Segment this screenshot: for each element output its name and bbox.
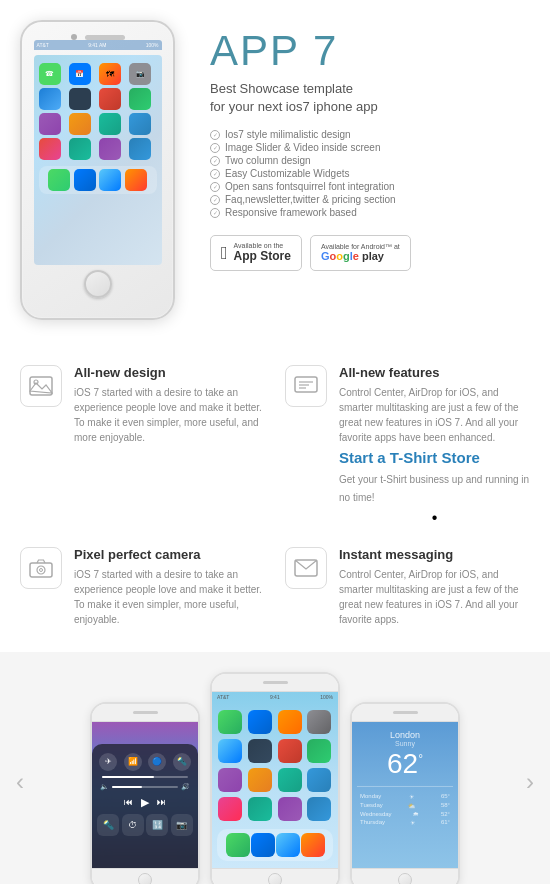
home-app-icon xyxy=(307,710,331,734)
speaker-3 xyxy=(393,711,418,714)
iphone-frame: AT&T 9:41 AM 100% ☎ 📅 🗺 📷 xyxy=(20,20,175,320)
status-bar: AT&T 9:41 AM 100% xyxy=(34,40,162,50)
dock-icon xyxy=(226,833,250,857)
features-section: All-new design iOS 7 started with a desi… xyxy=(0,340,550,652)
app-icon xyxy=(69,113,91,135)
appstore-button-text: Available on the App Store xyxy=(234,242,291,263)
feature-item: ✓Faq,newsletter,twitter & pricing sectio… xyxy=(210,193,530,206)
weather-row: Tuesday ⛅ 58° xyxy=(357,801,453,810)
home-battery: 100% xyxy=(320,694,333,700)
app-subtitle: Best Showcase templatefor your next ios7… xyxy=(210,80,530,116)
check-icon: ✓ xyxy=(210,195,220,205)
playback-row: ⏮ ▶ ⏭ xyxy=(96,796,194,809)
prev-icon: ⏮ xyxy=(124,797,133,807)
features-content: All-new features Control Center, AirDrop… xyxy=(339,365,530,527)
phone-notch-1 xyxy=(92,704,198,722)
svg-rect-7 xyxy=(30,563,52,577)
app-icon xyxy=(129,88,151,110)
control-icon: ✈ xyxy=(99,753,117,771)
control-row-1: ✈ 📶 🔵 🔦 xyxy=(96,753,194,771)
iphone-screen: ☎ 📅 🗺 📷 xyxy=(34,55,162,265)
feature-list: ✓Ios7 style milimalistic design ✓Image S… xyxy=(210,128,530,219)
app-icon xyxy=(39,113,61,135)
app-icon xyxy=(99,113,121,135)
feature-item: ✓Ios7 style milimalistic design xyxy=(210,128,530,141)
app-icon xyxy=(39,88,61,110)
design-icon-wrap xyxy=(20,365,62,407)
weather-city: London xyxy=(390,730,420,740)
home-app-icon xyxy=(307,797,331,821)
app-title: APP 7 xyxy=(210,30,530,72)
control-timer: ⏱ xyxy=(122,814,144,836)
home-app-icon xyxy=(278,768,302,792)
design-desc: iOS 7 started with a desire to take an e… xyxy=(74,385,265,445)
phone-notch-3 xyxy=(352,704,458,722)
phone-notch-2 xyxy=(212,674,338,692)
iphone-speaker xyxy=(85,35,125,40)
weather-temperature: 62° xyxy=(387,750,423,778)
app-icon xyxy=(69,88,91,110)
speaker-1 xyxy=(133,711,158,714)
feature-design: All-new design iOS 7 started with a desi… xyxy=(20,365,265,527)
app-icon xyxy=(99,88,121,110)
dock-icon xyxy=(74,169,96,191)
appstore-button[interactable]:  Available on the App Store xyxy=(210,235,302,270)
dock-icon xyxy=(125,169,147,191)
messaging-title: Instant messaging xyxy=(339,547,530,562)
carousel-left-arrow[interactable]: ‹ xyxy=(5,767,35,797)
home-btn-1[interactable] xyxy=(138,873,152,885)
home-btn-2[interactable] xyxy=(268,873,282,885)
home-app-icon xyxy=(248,710,272,734)
control-icon: 📶 xyxy=(124,753,142,771)
dock-icon xyxy=(99,169,121,191)
feature-item: ✓Open sans fontsquirrel font integration xyxy=(210,180,530,193)
weather-forecast: Monday ☀ 65° Tuesday ⛅ 58° Wednesday xyxy=(357,786,453,827)
phone-bottom-1 xyxy=(92,868,198,884)
feature-camera: Pixel perfect camera iOS 7 started with … xyxy=(20,547,265,627)
dock-icon xyxy=(276,833,300,857)
weather-condition: Sunny xyxy=(395,740,415,747)
app-icon: ☎ xyxy=(39,63,61,85)
feature-item: ✓Two column design xyxy=(210,154,530,167)
forecast-day: Thursday xyxy=(360,819,385,826)
control-icon: 🔦 xyxy=(173,753,191,771)
home-btn-3[interactable] xyxy=(398,873,412,885)
features-highlight[interactable]: Start a T-Shirt Store xyxy=(339,449,530,467)
forecast-temp: 52° xyxy=(441,811,450,817)
design-title: All-new design xyxy=(74,365,265,380)
phone-interior-3: London Sunny 62° Monday ☀ 65° Tuesday xyxy=(352,704,458,884)
iphone-home-button[interactable] xyxy=(84,270,112,298)
carousel-phone-3: London Sunny 62° Monday ☀ 65° Tuesday xyxy=(350,702,460,884)
control-calc: 🔢 xyxy=(146,814,168,836)
home-app-icon xyxy=(218,710,242,734)
forecast-icon: ☀ xyxy=(409,793,414,800)
features-desc: Control Center, AirDrop for iOS, and sma… xyxy=(339,385,530,445)
home-app-icon xyxy=(307,739,331,763)
feature-item: ✓Responsive framework based xyxy=(210,206,530,219)
camera-desc: iOS 7 started with a desire to take an e… xyxy=(74,567,265,627)
camera-icon xyxy=(29,558,53,578)
app-icon: 📅 xyxy=(69,63,91,85)
speaker-2 xyxy=(263,681,288,684)
googleplay-button-text: Available for Android™ at Google play xyxy=(321,243,400,263)
home-app-icon xyxy=(278,710,302,734)
message-icon xyxy=(294,375,318,397)
mail-icon xyxy=(294,559,318,577)
home-app-icon xyxy=(278,797,302,821)
app-icon xyxy=(99,138,121,160)
carousel-right-arrow[interactable]: › xyxy=(515,767,545,797)
control-icon: 🔵 xyxy=(148,753,166,771)
app-icon xyxy=(129,113,151,135)
feature-item: ✓Easy Customizable Widgets xyxy=(210,167,530,180)
app-icon xyxy=(39,138,61,160)
svg-point-8 xyxy=(37,566,45,574)
googleplay-button[interactable]: Available for Android™ at Google play xyxy=(310,235,411,270)
image-icon xyxy=(29,375,53,397)
feature-new-features: All-new features Control Center, AirDrop… xyxy=(285,365,530,527)
home-app-icon xyxy=(218,768,242,792)
store-buttons-group:  Available on the App Store Available f… xyxy=(210,235,530,270)
features-title: All-new features xyxy=(339,365,530,380)
control-center-screen: ✈ 📶 🔵 🔦 🔈 xyxy=(92,722,198,868)
brightness-slider xyxy=(102,776,188,778)
app-icon xyxy=(129,138,151,160)
